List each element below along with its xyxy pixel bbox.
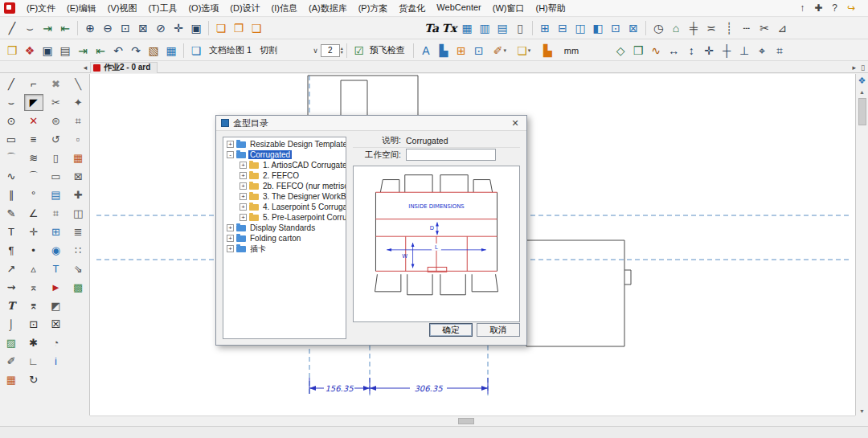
- scroll-up-icon[interactable]: ▲: [859, 88, 865, 96]
- close-icon[interactable]: ✕: [509, 118, 522, 129]
- small-square-tool-icon[interactable]: ▫: [68, 131, 88, 148]
- catalog-tree[interactable]: + Resizable Design Templates - Corrugate…: [223, 137, 346, 339]
- expander-icon[interactable]: +: [240, 172, 247, 179]
- point-plus-tool-icon[interactable]: ✛: [24, 223, 43, 240]
- document-tab[interactable]: 作业2 - 0 ard: [90, 62, 158, 73]
- zoom-window-icon[interactable]: ⊡: [117, 19, 134, 37]
- info-tool-icon[interactable]: i: [46, 353, 65, 370]
- expander-icon[interactable]: +: [227, 235, 234, 242]
- red-arrow-tool-icon[interactable]: ►: [46, 279, 65, 296]
- dim-vertical-icon[interactable]: ↕: [682, 42, 700, 59]
- board-table-icon[interactable]: ⊡: [470, 42, 488, 59]
- ellipse-tool-icon[interactable]: ⊜: [46, 113, 65, 129]
- top-bracket-tool-icon[interactable]: ⌅: [24, 279, 43, 296]
- text-edit-button[interactable]: Tx: [440, 19, 458, 37]
- tree-item[interactable]: - Corrugated: [223, 149, 346, 160]
- full-view-icon[interactable]: ▣: [187, 19, 205, 37]
- rows-tool-icon[interactable]: ≣: [68, 223, 88, 240]
- star-tool-icon[interactable]: ✦: [68, 94, 88, 111]
- horizontal-scrollbar[interactable]: [90, 415, 855, 426]
- globe-tool-icon[interactable]: ◉: [46, 242, 65, 259]
- table-export-icon[interactable]: ⊠: [624, 19, 642, 37]
- workspace-input[interactable]: [406, 149, 496, 161]
- perforation-icon[interactable]: ┊: [720, 19, 738, 37]
- triangle-tool-icon[interactable]: ▵: [24, 260, 43, 277]
- grid-snap-icon[interactable]: ⌗: [771, 42, 788, 59]
- export-icon[interactable]: ⇤: [92, 42, 109, 59]
- document-tool-icon[interactable]: ▯: [46, 149, 65, 166]
- crease-icon[interactable]: ┄: [738, 19, 755, 37]
- leader-tool-icon[interactable]: ⇝: [2, 279, 21, 296]
- dim-horizontal-icon[interactable]: ↔: [665, 42, 682, 59]
- cell-properties-icon[interactable]: ⊡: [607, 19, 624, 37]
- vertical-scroll-thumb[interactable]: [858, 98, 866, 125]
- tab-nav-left-icon[interactable]: ◂: [80, 63, 90, 72]
- hash-tool-icon[interactable]: ⌗: [46, 205, 65, 222]
- bar-chart-icon[interactable]: ▙: [536, 42, 560, 59]
- merge-cells-icon[interactable]: ◫: [571, 19, 589, 37]
- tree-item[interactable]: + 4. Laserpoint 5 Corrugated: [223, 202, 346, 212]
- zoom-previous-icon[interactable]: ⊘: [152, 19, 170, 37]
- tree-item[interactable]: + 5. Pre-Laserpoint Corrugated: [223, 212, 346, 223]
- folder-style-dropdown[interactable]: ❏▾: [512, 42, 536, 59]
- zoom-in-icon[interactable]: ⊕: [81, 19, 99, 37]
- insert-row-icon[interactable]: ⊞: [536, 19, 554, 37]
- print-icon[interactable]: ▤: [56, 42, 74, 59]
- double-bracket-tool-icon[interactable]: ⌆: [24, 297, 43, 314]
- menu-file[interactable]: (F)文件: [21, 0, 61, 17]
- layout-grid-icon[interactable]: ▤: [493, 19, 511, 37]
- overlay-tool-icon[interactable]: ◫: [68, 205, 88, 222]
- dimension-table-icon[interactable]: ⊞: [452, 42, 470, 59]
- route-icon[interactable]: ∿: [647, 42, 665, 59]
- check-design-icon[interactable]: ⊿: [773, 19, 791, 37]
- arc-tool-icon[interactable]: ⌣: [2, 94, 21, 111]
- align-center-icon[interactable]: ┼: [718, 42, 735, 59]
- jump-arrow-icon[interactable]: ↪: [847, 3, 855, 13]
- dialog-titlebar[interactable]: 盒型目录 ✕: [216, 116, 526, 131]
- undo-icon[interactable]: ↶: [109, 42, 127, 59]
- backslash-tool-icon[interactable]: ╲: [68, 76, 88, 92]
- text-attributes-button[interactable]: Ta: [423, 19, 440, 37]
- expander-icon[interactable]: +: [227, 245, 234, 252]
- close-tool-icon[interactable]: ✖: [46, 76, 65, 92]
- freehand-tool-icon[interactable]: ✎: [2, 205, 21, 222]
- menu-design[interactable]: (D)设计: [224, 0, 265, 17]
- rebuild-design-icon[interactable]: ❏: [212, 19, 230, 37]
- expander-icon[interactable]: +: [240, 214, 247, 221]
- dim-point-icon[interactable]: ✛: [700, 42, 718, 59]
- horizontal-scroll-thumb[interactable]: [458, 418, 474, 424]
- line-tool-icon[interactable]: ╱: [3, 19, 21, 37]
- color-grid-tool-icon[interactable]: ▦: [68, 149, 88, 166]
- menu-palletizing[interactable]: 货盘化: [393, 0, 431, 17]
- menu-view[interactable]: (V)视图: [102, 0, 143, 17]
- pan-icon[interactable]: ✛: [170, 19, 187, 37]
- menu-webcenter[interactable]: WebCenter: [431, 0, 486, 17]
- clock-tool-icon[interactable]: ◔: [46, 334, 65, 351]
- arrow-tool-icon[interactable]: ↗: [2, 260, 21, 277]
- menu-options[interactable]: (O)选项: [182, 0, 224, 17]
- counter-icon[interactable]: ◷: [649, 19, 667, 37]
- help-icon[interactable]: ?: [832, 3, 837, 13]
- tree-item[interactable]: + 1. ArtiosCAD Corrugated: [223, 160, 346, 170]
- tree-item[interactable]: + 2. FEFCO: [223, 170, 346, 181]
- rectangle-tool-icon[interactable]: ▭: [2, 131, 21, 148]
- scale-stepper[interactable]: ▴ ▾: [341, 47, 343, 55]
- grid-plus-tool-icon[interactable]: ⊞: [46, 223, 65, 240]
- save-icon[interactable]: ▣: [39, 42, 56, 59]
- gear-tool-icon[interactable]: ✱: [24, 334, 43, 351]
- angle-tool-icon[interactable]: ∠: [24, 205, 43, 222]
- ok-button[interactable]: 确定: [429, 323, 473, 337]
- line-tool-icon[interactable]: ╱: [2, 76, 21, 92]
- scroll-down-icon[interactable]: ▼: [859, 407, 865, 415]
- nest-icon[interactable]: ◇: [612, 42, 629, 59]
- fillet-tool-icon[interactable]: ⌒: [24, 168, 43, 185]
- expander-icon[interactable]: +: [240, 182, 247, 190]
- perpendicular-icon[interactable]: ⊥: [735, 42, 753, 59]
- stamp-tool-icon[interactable]: ▭: [46, 168, 65, 185]
- chip-tool-icon[interactable]: ▩: [68, 279, 88, 296]
- corner-arrow-tool-icon[interactable]: ⇘: [68, 260, 88, 277]
- delete-row-icon[interactable]: ⊟: [554, 19, 571, 37]
- tangent-arc-tool-icon[interactable]: ⌒: [2, 149, 21, 166]
- paragraph-tool-icon[interactable]: ¶: [2, 242, 21, 259]
- section-box-tool-icon[interactable]: ⊡: [24, 316, 43, 333]
